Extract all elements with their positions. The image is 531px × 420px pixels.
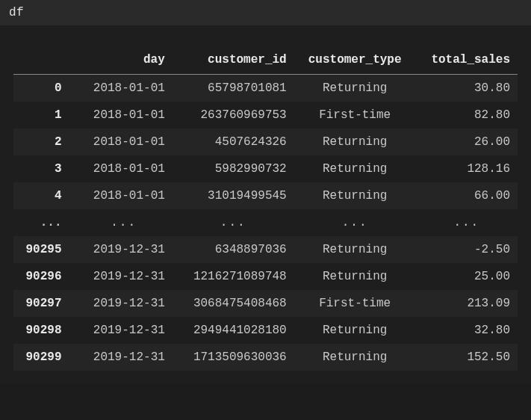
- dataframe-table: day customer_id customer_type total_sale…: [13, 46, 518, 371]
- cell-total-sales: -2.50: [416, 236, 518, 263]
- cell-day: 2019-12-31: [75, 344, 173, 371]
- cell-day: 2019-12-31: [75, 236, 173, 263]
- cell-index: 4: [13, 182, 75, 209]
- col-header-index: [13, 46, 75, 75]
- cell-index: 0: [13, 75, 75, 102]
- header-row: day customer_id customer_type total_sale…: [13, 46, 518, 75]
- table-row: 2 2018-01-01 4507624326 Returning 26.00: [13, 129, 518, 155]
- cell-customer-id: 5982990732: [173, 155, 294, 182]
- cell-day: 2018-01-01: [75, 75, 173, 102]
- cell-customer-id: 65798701081: [173, 75, 294, 102]
- table-row: 90296 2019-12-31 1216271089748 Returning…: [13, 263, 518, 290]
- code-text: df: [9, 6, 24, 19]
- cell-index: 90296: [13, 263, 75, 290]
- table-row: 90299 2019-12-31 1713509630036 Returning…: [13, 344, 518, 371]
- cell-customer-type: Returning: [294, 317, 416, 344]
- col-header-customer-id: customer_id: [173, 46, 294, 75]
- cell-total-sales: 30.80: [416, 75, 518, 102]
- table-body: 0 2018-01-01 65798701081 Returning 30.80…: [13, 75, 518, 371]
- table-row: 4 2018-01-01 31019499545 Returning 66.00: [13, 182, 518, 209]
- cell-customer-type: First-time: [294, 290, 416, 317]
- cell-total-sales: 25.00: [416, 263, 518, 290]
- table-row: 0 2018-01-01 65798701081 Returning 30.80: [13, 75, 518, 102]
- ellipsis-cell: ...: [173, 209, 294, 236]
- ellipsis-cell: ...: [294, 209, 416, 236]
- col-header-total-sales: total_sales: [416, 46, 518, 75]
- cell-index: 90298: [13, 317, 75, 344]
- cell-total-sales: 152.50: [416, 344, 518, 371]
- table-row: 3 2018-01-01 5982990732 Returning 128.16: [13, 155, 518, 182]
- cell-customer-type: Returning: [294, 129, 416, 155]
- cell-total-sales: 128.16: [416, 155, 518, 182]
- col-header-customer-type: customer_type: [294, 46, 416, 75]
- cell-day: 2019-12-31: [75, 263, 173, 290]
- cell-index: 2: [13, 129, 75, 155]
- cell-customer-type: Returning: [294, 182, 416, 209]
- cell-total-sales: 66.00: [416, 182, 518, 209]
- cell-day: 2018-01-01: [75, 182, 173, 209]
- ellipsis-cell: ...: [75, 209, 173, 236]
- table-row: 90298 2019-12-31 2949441028180 Returning…: [13, 317, 518, 344]
- cell-customer-type: Returning: [294, 263, 416, 290]
- cell-customer-id: 6348897036: [173, 236, 294, 263]
- cell-day: 2018-01-01: [75, 155, 173, 182]
- output-area: day customer_id customer_type total_sale…: [0, 25, 531, 384]
- cell-total-sales: 213.09: [416, 290, 518, 317]
- cell-day: 2019-12-31: [75, 317, 173, 344]
- table-row: 1 2018-01-01 263760969753 First-time 82.…: [13, 102, 518, 129]
- code-input-cell[interactable]: df: [0, 0, 531, 25]
- cell-index: 90295: [13, 236, 75, 263]
- cell-day: 2018-01-01: [75, 129, 173, 155]
- col-header-day: day: [75, 46, 173, 75]
- table-row: 90295 2019-12-31 6348897036 Returning -2…: [13, 236, 518, 263]
- cell-customer-id: 1216271089748: [173, 263, 294, 290]
- ellipsis-row: ... ... ... ... ...: [13, 209, 518, 236]
- cell-customer-id: 263760969753: [173, 102, 294, 129]
- cell-customer-id: 4507624326: [173, 129, 294, 155]
- cell-index: 90297: [13, 290, 75, 317]
- cell-customer-type: First-time: [294, 102, 416, 129]
- table-row: 90297 2019-12-31 3068475408468 First-tim…: [13, 290, 518, 317]
- cell-total-sales: 26.00: [416, 129, 518, 155]
- cell-index: 90299: [13, 344, 75, 371]
- ellipsis-cell: ...: [13, 209, 75, 236]
- cell-customer-id: 3068475408468: [173, 290, 294, 317]
- cell-customer-id: 2949441028180: [173, 317, 294, 344]
- cell-customer-id: 1713509630036: [173, 344, 294, 371]
- cell-customer-type: Returning: [294, 155, 416, 182]
- cell-total-sales: 82.80: [416, 102, 518, 129]
- cell-index: 1: [13, 102, 75, 129]
- cell-customer-type: Returning: [294, 75, 416, 102]
- cell-customer-id: 31019499545: [173, 182, 294, 209]
- cell-total-sales: 32.80: [416, 317, 518, 344]
- cell-index: 3: [13, 155, 75, 182]
- cell-day: 2018-01-01: [75, 102, 173, 129]
- ellipsis-cell: ...: [416, 209, 518, 236]
- cell-customer-type: Returning: [294, 236, 416, 263]
- cell-day: 2019-12-31: [75, 290, 173, 317]
- cell-customer-type: Returning: [294, 344, 416, 371]
